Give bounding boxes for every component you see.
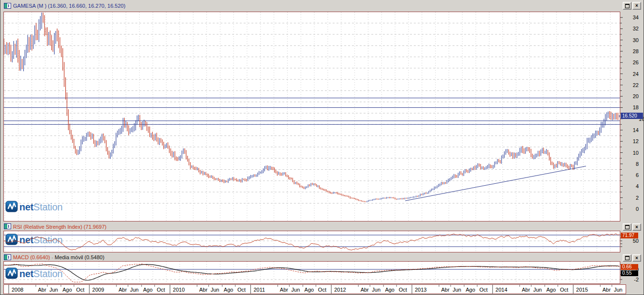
svg-text:2010: 2010 (173, 287, 185, 293)
price-maximize-button[interactable] (623, 2, 631, 10)
svg-text:Abr: Abr (602, 287, 611, 293)
close-icon: × (635, 256, 638, 261)
rsi-bg (3, 231, 620, 252)
svg-text:4: 4 (636, 183, 639, 189)
macd-panel-titlebar[interactable]: MACD (0.6640)-Media móvil (0.5480) (0, 253, 644, 261)
svg-text:Oct: Oct (237, 287, 246, 293)
svg-text:2015: 2015 (576, 287, 588, 293)
macd-signal-tag: 0.55 (621, 270, 638, 276)
rsi-close-button[interactable]: × (632, 223, 641, 231)
svg-text:Jun: Jun (211, 287, 220, 293)
svg-text:Oct: Oct (560, 287, 568, 293)
svg-text:Abr: Abr (118, 287, 127, 293)
rsi-panel-icon (4, 223, 11, 229)
macd-panel-title: MACD (0.6640)-Media móvil (0.5480) (13, 254, 104, 260)
svg-text:Oct: Oct (399, 287, 407, 293)
svg-text:20: 20 (633, 93, 639, 99)
svg-text:2013: 2013 (415, 287, 426, 293)
svg-text:Jun: Jun (614, 287, 623, 293)
svg-text:32: 32 (633, 26, 639, 31)
svg-text:2008: 2008 (12, 287, 23, 293)
svg-text:2012: 2012 (334, 287, 346, 293)
svg-text:Abr: Abr (38, 287, 46, 293)
chart-panel-icon (4, 3, 11, 9)
svg-text:Jun: Jun (453, 287, 461, 293)
svg-text:Jun: Jun (372, 287, 381, 293)
svg-text:8: 8 (636, 161, 639, 167)
macd-maximize-button[interactable] (623, 254, 631, 262)
svg-text:Oct: Oct (157, 287, 165, 293)
macd-title-separator: - (50, 254, 55, 260)
rsi-value-tag: 71.97 (621, 233, 638, 238)
time-axis: 2008AbrJunAgoOct2009AbrJunAgoOct2010AbrJ… (0, 284, 644, 295)
svg-text:2011: 2011 (253, 287, 265, 293)
svg-text:Ago: Ago (305, 287, 314, 293)
svg-text:30: 30 (633, 37, 639, 43)
svg-text:2009: 2009 (92, 287, 104, 293)
svg-text:Ago: Ago (62, 287, 72, 293)
rsi-panel-title: RSI (Relative Strength Index) (71.9697) (13, 224, 106, 230)
last-price-tag: 16.520 (621, 113, 643, 119)
svg-text:14: 14 (633, 127, 639, 133)
close-icon: × (635, 225, 638, 230)
svg-text:0: 0 (636, 206, 639, 212)
rsi-maximize-button[interactable] (623, 223, 631, 231)
svg-text:Abr: Abr (280, 287, 288, 293)
svg-text:24: 24 (633, 71, 639, 77)
svg-text:Ago: Ago (143, 287, 153, 293)
macd-bg (3, 261, 620, 284)
maximize-icon (625, 4, 629, 8)
netstation-watermark: netStation (6, 201, 62, 212)
netstation-watermark: netStation (6, 268, 62, 279)
svg-text:Jun: Jun (292, 287, 300, 293)
svg-text:Oct: Oct (479, 287, 487, 293)
svg-text:Jun: Jun (533, 287, 542, 293)
macd-panel-icon (4, 254, 11, 260)
svg-text:Ago: Ago (385, 287, 395, 293)
svg-text:Jun: Jun (49, 287, 58, 293)
svg-text:22: 22 (633, 82, 639, 88)
price-bg (3, 12, 620, 221)
macd-chart[interactable]: netStation0-2 (0, 261, 644, 284)
svg-text:netStation: netStation (19, 235, 62, 245)
svg-text:Oct: Oct (318, 287, 326, 293)
svg-text:Ago: Ago (546, 287, 556, 293)
macd-value-tag: 0.66 (621, 264, 638, 270)
maximize-icon (625, 225, 629, 229)
svg-text:6: 6 (636, 172, 639, 178)
svg-text:Ago: Ago (466, 287, 475, 293)
svg-text:18: 18 (633, 104, 639, 110)
svg-text:Ago: Ago (224, 287, 234, 293)
svg-text:-2: -2 (634, 277, 639, 282)
netstation-window: GAMESA (M ) (16.360, 16.660, 16.270, 16.… (0, 0, 644, 295)
price-chart[interactable]: netStation343230282624222018161412108642… (0, 12, 644, 221)
svg-text:34: 34 (633, 15, 639, 20)
maximize-icon (625, 256, 629, 260)
price-panel-titlebar[interactable]: GAMESA (M ) (16.360, 16.660, 16.270, 16.… (0, 0, 644, 12)
macd-signal-title: Media móvil (0.5480) (55, 254, 104, 260)
svg-text:50: 50 (633, 238, 639, 244)
close-icon: × (635, 3, 638, 8)
price-panel-title: GAMESA (M ) (16.360, 16.660, 16.270, 16.… (13, 3, 125, 9)
svg-text:Oct: Oct (76, 287, 84, 293)
svg-text:12: 12 (633, 138, 639, 144)
svg-text:netStation: netStation (19, 268, 62, 279)
svg-text:10: 10 (633, 150, 639, 156)
svg-text:2: 2 (636, 195, 639, 201)
macd-title-value: MACD (0.6640) (13, 254, 50, 260)
svg-text:2014: 2014 (496, 287, 507, 293)
rsi-chart[interactable]: netStation50 (0, 231, 644, 252)
rsi-panel-titlebar[interactable]: RSI (Relative Strength Index) (71.9697) (0, 222, 644, 231)
price-close-button[interactable]: × (632, 2, 641, 10)
svg-text:26: 26 (633, 59, 639, 65)
svg-text:28: 28 (633, 48, 639, 54)
svg-text:Abr: Abr (199, 287, 207, 293)
svg-text:Abr: Abr (361, 287, 369, 293)
macd-close-button[interactable]: × (632, 254, 641, 262)
svg-text:Jun: Jun (130, 287, 139, 293)
svg-text:netStation: netStation (19, 202, 62, 212)
svg-text:Abr: Abr (441, 287, 449, 293)
svg-text:Abr: Abr (522, 287, 530, 293)
